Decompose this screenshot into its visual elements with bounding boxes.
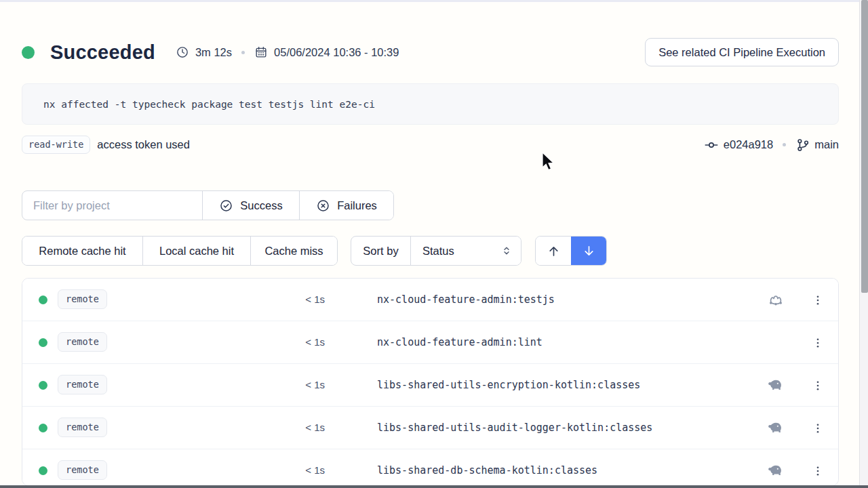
cache-source-badge: remote [58,418,107,437]
arrow-down-icon [582,244,596,258]
cache-source-badge: remote [58,460,107,480]
filter-failures-button[interactable]: Failures [300,191,393,220]
sort-ascending-button[interactable] [536,237,571,265]
task-name: libs-shared-utils-audit-logger-kotlin:cl… [377,422,652,434]
filter-failures-label: Failures [337,199,377,212]
x-circle-icon [316,199,330,213]
task-name: nx-cloud-feature-admin:testjs [377,293,555,306]
task-menu-button[interactable] [808,418,828,439]
task-status-dot [39,296,47,304]
cache-miss-button[interactable]: Cache miss [251,237,337,265]
separator-dot [241,51,245,54]
remote-cache-hit-button[interactable]: Remote cache hit [22,237,142,265]
filter-success-label: Success [240,199,282,212]
see-related-ci-pipeline-button[interactable]: See related CI Pipeline Execution [645,38,839,66]
vcs-info: e024a918 main [704,138,839,152]
cache-source-badge: remote [58,289,107,309]
run-header: Succeeded 3m 12s 05/06/2024 10:36 - 10:3… [22,37,839,68]
cache-source-badge: remote [58,332,107,352]
vertical-scrollbar[interactable] [859,0,868,488]
filter-success-button[interactable]: Success [203,191,299,220]
run-command-box: nx affected -t typecheck package test te… [22,83,839,125]
task-list: remote < 1s nx-cloud-feature-admin:testj… [22,278,839,486]
task-duration: < 1s [279,293,325,305]
status-dot [22,46,35,59]
nx-cloud-run-details-page: Succeeded 3m 12s 05/06/2024 10:36 - 10:3… [0,0,868,488]
run-date-range: 05/06/2024 10:36 - 10:39 [274,46,399,59]
task-duration: < 1s [279,336,325,348]
task-status-dot [39,338,47,347]
task-row[interactable]: remote < 1s libs-shared-db-schema-kotlin… [22,449,838,486]
run-command: nx affected -t typecheck package test te… [43,99,375,110]
task-name: libs-shared-db-schema-kotlin:classes [377,464,597,476]
task-menu-button[interactable] [808,290,828,310]
chevron-up-down-icon [500,245,513,257]
sort-group: Sort by Status [351,236,521,266]
task-menu-button[interactable] [808,461,828,481]
sort-descending-button[interactable] [571,237,606,265]
cache-source-badge: remote [58,375,107,394]
separator-dot [783,143,786,146]
task-duration: < 1s [279,464,325,476]
check-circle-icon [219,199,233,213]
clock-icon [176,45,189,59]
sort-field-value: Status [422,245,454,258]
task-row[interactable]: remote < 1s libs-shared-utils-audit-logg… [22,407,838,449]
bottom-window-edge [0,485,868,488]
access-token-badge: read-write [22,136,90,154]
cache-filter-group: Remote cache hit Local cache hit Cache m… [22,236,338,266]
git-branch-icon [795,138,810,152]
task-status-dot [39,466,47,475]
run-duration: 3m 12s [195,46,232,59]
sort-by-label: Sort by [351,237,410,265]
run-meta: 3m 12s 05/06/2024 10:36 - 10:39 [176,45,399,59]
filter-by-project-input[interactable] [22,191,202,220]
token-row: read-write access token used e024a918 ma… [22,134,839,155]
task-row[interactable]: remote < 1s nx-cloud-feature-admin:testj… [22,279,838,321]
arrow-up-icon [547,244,561,258]
task-row[interactable]: remote < 1s nx-cloud-feature-admin:lint [22,321,838,364]
top-border [0,0,868,2]
task-status-dot [39,424,47,432]
jest-icon [767,291,785,309]
task-menu-button[interactable] [808,375,828,396]
project-filter-group: Success Failures [22,190,394,220]
gradle-elephant-icon [767,462,785,480]
gradle-elephant-icon [767,377,785,394]
branch-name[interactable]: main [814,138,839,151]
calendar-icon [254,45,268,59]
gradle-elephant-icon [767,420,785,437]
task-name: nx-cloud-feature-admin:lint [377,336,542,348]
task-row[interactable]: remote < 1s libs-shared-utils-encryption… [22,364,838,407]
git-commit-icon [704,138,719,152]
task-duration: < 1s [279,422,325,433]
sort-field-select[interactable]: Status [411,237,521,265]
access-token-label: access token used [97,138,190,151]
scrollbar-thumb[interactable] [861,0,868,293]
commit-hash[interactable]: e024a918 [724,138,773,151]
sort-direction-group [535,236,607,266]
task-name: libs-shared-utils-encryption-kotlin:clas… [377,379,640,391]
task-menu-button[interactable] [808,333,828,353]
task-status-dot [39,381,47,390]
task-duration: < 1s [279,379,325,390]
local-cache-hit-button[interactable]: Local cache hit [143,237,250,265]
page-title: Succeeded [50,41,155,64]
